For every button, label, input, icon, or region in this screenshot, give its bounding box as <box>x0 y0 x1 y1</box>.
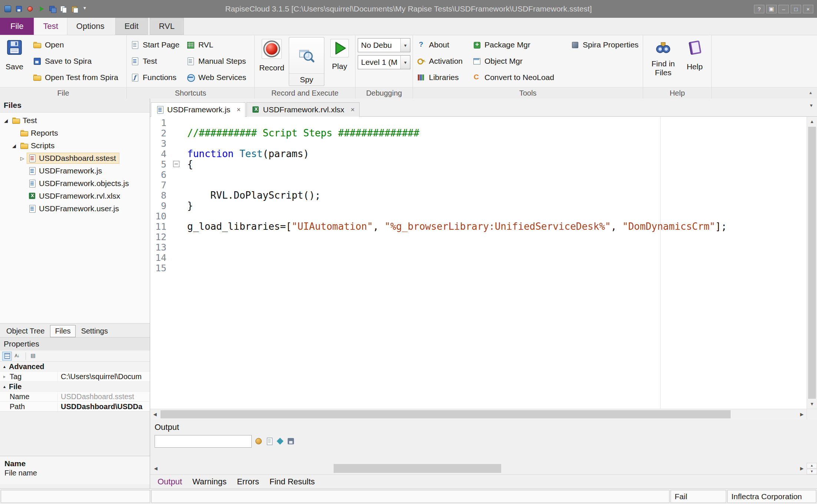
ribbon-item-rvl[interactable]: RVL <box>182 37 255 53</box>
scroll-left-icon[interactable]: ◀ <box>150 409 160 420</box>
property-category-advanced[interactable]: ▴Advanced <box>0 362 150 372</box>
ribbon-item-package-mgr[interactable]: Package Mgr <box>469 37 567 53</box>
category-collapse-icon[interactable]: ▴ <box>0 364 9 369</box>
ribbon-item-activation[interactable]: Activation <box>413 53 469 69</box>
property-row-name[interactable]: NameUSDDashboard.sstest <box>0 392 150 402</box>
editor-vertical-scrollbar[interactable]: ▲ ▼ <box>807 117 817 409</box>
ribbon-item-web-services[interactable]: Web Services <box>182 69 255 86</box>
debug-level-dropdown[interactable]: Level 1 (M ▾ <box>358 55 410 69</box>
hscroll-thumb[interactable] <box>161 410 731 418</box>
output-scroll-thumb[interactable] <box>334 464 501 473</box>
expand-icon[interactable]: ▷ <box>18 156 27 161</box>
ribbon-tab-test[interactable]: Test <box>34 18 67 35</box>
tree-item-usddashboard-sstest[interactable]: ▷USDDashboard.sstest <box>0 152 150 165</box>
panel-tab-files[interactable]: Files <box>50 325 75 337</box>
play-icon[interactable] <box>37 5 45 13</box>
chevron-down-icon[interactable]: ▾ <box>400 56 410 69</box>
save-icon[interactable] <box>15 5 23 13</box>
find-in-files-button[interactable]: Find in Files <box>645 37 681 87</box>
chevron-down-icon[interactable]: ▾ <box>400 39 410 52</box>
editor-tab-usdframework-rvl-xlsx[interactable]: USDFramework.rvl.xlsx× <box>247 102 359 117</box>
property-row-path[interactable]: PathUSDDashboard\USDDa <box>0 402 150 412</box>
ribbon-tab-file[interactable]: File <box>0 18 34 35</box>
expand-icon[interactable]: ▸ <box>0 374 9 379</box>
hscroll-track[interactable] <box>160 409 797 420</box>
vertical-scroll-thumb[interactable] <box>808 127 816 399</box>
scroll-right-icon[interactable]: ▶ <box>797 462 807 474</box>
fold-collapse-icon[interactable] <box>173 161 179 167</box>
scroll-up-icon[interactable]: ▲ <box>807 117 817 126</box>
copy-icon[interactable] <box>59 5 67 13</box>
ribbon-tab-edit[interactable]: Edit <box>115 18 148 35</box>
close-tab-icon[interactable]: × <box>236 106 241 114</box>
ribbon-item-open[interactable]: Open <box>29 37 122 53</box>
help-button-ribbon[interactable]: Help <box>681 37 708 87</box>
tab-list-chevron-icon[interactable]: ▾ <box>810 102 813 108</box>
ribbon-item-open-test-from-spira[interactable]: Open Test from Spira <box>29 69 122 86</box>
ribbon-item-test[interactable]: Test <box>127 53 182 69</box>
ribbon-item-spira-properties[interactable]: Spira Properties <box>567 37 643 53</box>
alphabetical-icon[interactable] <box>13 352 23 361</box>
scroll-down-icon[interactable]: ▼ <box>807 469 817 474</box>
customize-quick-access-icon[interactable] <box>82 5 90 13</box>
editor-tab-usdframework-js[interactable]: USDFramework.js× <box>151 102 245 117</box>
collapse-icon[interactable]: ◢ <box>10 143 19 149</box>
tree-item-usdframework-rvl-xlsx[interactable]: USDFramework.rvl.xlsx <box>0 190 150 202</box>
tree-item-scripts[interactable]: ◢Scripts <box>0 139 150 152</box>
ribbon-collapse-chevron-icon[interactable]: ▴ <box>809 90 812 95</box>
ribbon-item-start-page[interactable]: Start Page <box>127 37 182 53</box>
code-editor[interactable]: 12//########## Script Steps ############… <box>150 117 807 409</box>
output-search-input[interactable] <box>155 435 252 448</box>
scroll-left-icon[interactable]: ◀ <box>151 462 161 474</box>
categorized-icon[interactable] <box>2 352 12 361</box>
maximize-button[interactable]: □ <box>791 5 801 13</box>
output-filter-icon[interactable] <box>276 437 285 446</box>
collapse-icon[interactable]: ◢ <box>1 118 10 123</box>
ribbon-item-save-to-spira[interactable]: Save to Spira <box>29 53 122 69</box>
save-all-icon[interactable] <box>48 5 56 13</box>
property-pages-icon[interactable] <box>29 352 38 361</box>
ribbon-item-object-mgr[interactable]: Object Mgr <box>469 53 567 69</box>
settings-button[interactable]: ▣ <box>766 5 777 13</box>
output-tab-output[interactable]: Output <box>153 476 186 487</box>
scroll-right-icon[interactable]: ▶ <box>797 409 807 420</box>
output-tab-find-results[interactable]: Find Results <box>265 476 319 487</box>
editor-horizontal-scrollbar[interactable]: ◀ ▶ <box>150 409 817 420</box>
record-icon[interactable] <box>26 5 34 13</box>
output-scroll-track[interactable] <box>161 462 797 474</box>
ribbon-tab-rvl[interactable]: RVL <box>150 18 184 35</box>
output-tab-errors[interactable]: Errors <box>232 476 264 487</box>
play-button[interactable]: Play <box>327 37 353 87</box>
property-category-file[interactable]: ▴File <box>0 382 150 392</box>
tree-item-reports[interactable]: Reports <box>0 127 150 139</box>
panel-tab-object-tree[interactable]: Object Tree <box>1 325 49 337</box>
output-horizontal-scrollbar[interactable]: ◀ ▶ ▲ ▼ <box>150 462 817 474</box>
ribbon-item-libraries[interactable]: Libraries <box>413 69 469 86</box>
close-tab-icon[interactable]: × <box>351 106 355 114</box>
tree-item-test[interactable]: ◢Test <box>0 114 150 127</box>
category-collapse-icon[interactable]: ▴ <box>0 384 9 389</box>
output-find-icon[interactable] <box>254 437 263 446</box>
ribbon-item-manual-steps[interactable]: Manual Steps <box>182 53 255 69</box>
output-save-icon[interactable] <box>287 437 295 446</box>
tree-item-usdframework-objects-js[interactable]: USDFramework.objects.js <box>0 177 150 190</box>
output-log-icon[interactable] <box>265 437 274 446</box>
minimize-button[interactable]: – <box>778 5 789 13</box>
panel-tab-settings[interactable]: Settings <box>76 325 113 337</box>
tree-item-usdframework-js[interactable]: USDFramework.js <box>0 165 150 177</box>
property-row-tag[interactable]: ▸TagC:\Users\squirrel\Docum <box>0 372 150 382</box>
scroll-up-icon[interactable]: ▲ <box>807 463 817 468</box>
save-button[interactable]: Save <box>0 37 29 87</box>
close-button[interactable]: × <box>803 5 813 13</box>
paste-icon[interactable] <box>70 5 79 13</box>
output-tab-warnings[interactable]: Warnings <box>188 476 231 487</box>
ribbon-item-functions[interactable]: Functions <box>127 69 182 86</box>
help-button[interactable]: ? <box>754 5 764 13</box>
spy-button[interactable]: Spy <box>289 37 324 86</box>
debug-mode-dropdown[interactable]: No Debu ▾ <box>358 38 410 52</box>
app-icon[interactable] <box>4 5 12 13</box>
record-button[interactable]: Record <box>257 37 287 87</box>
ribbon-item-about[interactable]: About <box>413 37 469 53</box>
tree-item-usdframework-user-js[interactable]: USDFramework.user.js <box>0 202 150 215</box>
ribbon-item-convert-to-neoload[interactable]: Convert to NeoLoad <box>469 69 567 86</box>
